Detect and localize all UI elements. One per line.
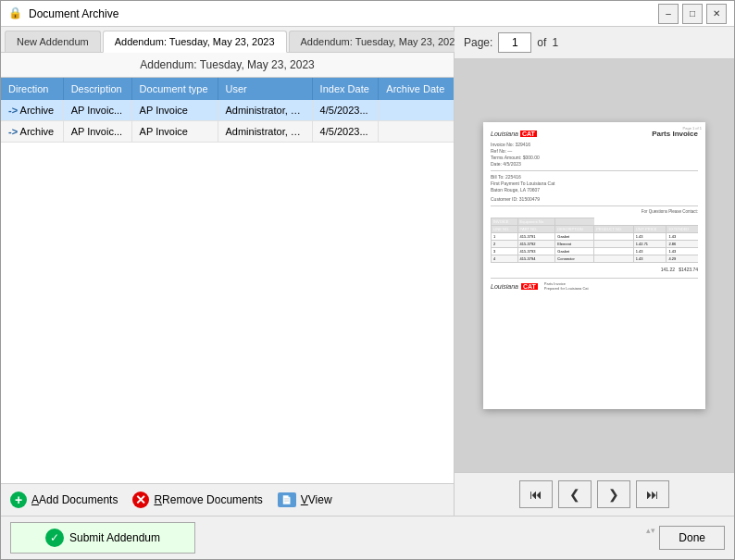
- lock-icon: 🔒: [8, 6, 23, 21]
- window-controls: – □ ✕: [658, 4, 727, 24]
- table-row[interactable]: -> Archive AP Invoic... AP Invoice Admin…: [1, 100, 454, 121]
- col-user: User: [218, 78, 312, 100]
- cell-document-type: AP Invoice: [131, 100, 218, 121]
- documents-table-wrapper: Direction Description Document type User…: [1, 78, 454, 483]
- cell-document-type: AP Invoice: [131, 121, 218, 143]
- cell-user: Administrator, pVault: [218, 121, 312, 143]
- tabs-row: New Addendum Addendum: Tuesday, May 23, …: [1, 27, 454, 53]
- invoice-document: Page 1 of 1 Louisiana CAT Parts Invoice …: [483, 122, 705, 409]
- invoice-logo: Louisiana CAT: [491, 130, 537, 138]
- done-button[interactable]: Done: [659, 526, 725, 550]
- page-total: 1: [552, 36, 558, 49]
- invoice-bill-to: Bill To: 225416 First Payment To Louisia…: [491, 174, 698, 193]
- cell-description: AP Invoic...: [63, 121, 131, 143]
- last-page-button[interactable]: ⏭: [636, 480, 669, 508]
- invoice-header: Louisiana CAT Parts Invoice: [491, 130, 698, 138]
- cell-index-date: 4/5/2023...: [312, 121, 379, 143]
- cell-archive-date: [379, 100, 454, 121]
- cell-direction: -> Archive: [1, 121, 63, 143]
- close-button[interactable]: ✕: [706, 4, 727, 24]
- add-documents-label: AAdd Documents: [31, 493, 118, 506]
- add-icon: +: [10, 492, 27, 508]
- remove-documents-button[interactable]: ✕ RRemove Documents: [132, 492, 262, 508]
- first-page-button[interactable]: ⏮: [519, 480, 553, 508]
- cell-direction: -> Archive: [1, 100, 63, 121]
- left-panel: New Addendum Addendum: Tuesday, May 23, …: [1, 27, 455, 516]
- view-button[interactable]: 📄 VView: [278, 492, 332, 507]
- invoice-row: 4415-3794Connector1.434.29: [492, 255, 699, 263]
- invoice-line-items: INVOICE Equipment No. LINE NO. PART NO. …: [491, 218, 698, 263]
- maximize-button[interactable]: □: [682, 4, 703, 24]
- right-panel: Page: of 1 Page 1 of 1 Louisiana CAT Par…: [455, 27, 734, 516]
- table-header-row: Direction Description Document type User…: [1, 78, 454, 100]
- cell-index-date: 4/5/2023...: [312, 100, 379, 121]
- tab-addendum-1[interactable]: Addendum: Tuesday, May 23, 2023: [103, 31, 287, 53]
- cell-archive-date: [379, 121, 454, 143]
- main-window: 🔒 Document Archive – □ ✕ New Addendum Ad…: [0, 0, 735, 560]
- page-of-label: of: [537, 36, 546, 49]
- invoice-customer-id: Customer ID: 31500479: [491, 196, 698, 203]
- invoice-total: 141.22 $1423.74: [491, 267, 698, 272]
- title-bar-left: 🔒 Document Archive: [8, 6, 118, 21]
- invoice-title: Parts Invoice: [652, 130, 698, 138]
- invoice-footer-logo: Louisiana CAT Parts InvoicePrepared for …: [491, 278, 698, 291]
- scroll-indicator: ▴▾: [646, 526, 655, 550]
- louisiana-text: Louisiana: [491, 131, 518, 137]
- col-archive-date: Archive Date: [379, 78, 454, 100]
- view-icon: 📄: [278, 492, 296, 507]
- invoice-contact-header: For Questions Please Contact:: [491, 209, 698, 215]
- footer-left: ✓ Submit Addendum: [10, 522, 363, 554]
- table-row[interactable]: -> Archive AP Invoic... AP Invoice Admin…: [1, 121, 454, 143]
- document-preview: Page 1 of 1 Louisiana CAT Parts Invoice …: [455, 59, 734, 472]
- page-label: Page:: [464, 36, 492, 49]
- minimize-button[interactable]: –: [658, 4, 679, 24]
- submit-addendum-button[interactable]: ✓ Submit Addendum: [10, 522, 195, 554]
- remove-icon: ✕: [132, 492, 149, 508]
- view-label: VView: [301, 493, 332, 506]
- col-description: Description: [63, 78, 131, 100]
- main-content: New Addendum Addendum: Tuesday, May 23, …: [1, 27, 734, 516]
- bottom-action-bar: + AAdd Documents ✕ RRemove Documents 📄 V…: [1, 483, 454, 516]
- cell-description: AP Invoic...: [63, 100, 131, 121]
- addendum-header: Addendum: Tuesday, May 23, 2023: [1, 53, 454, 78]
- footer-right: ▴▾ Done: [363, 526, 725, 550]
- invoice-row: 3415-3793Gasket1.431.43: [492, 248, 699, 255]
- next-page-button[interactable]: ❯: [597, 480, 630, 508]
- submit-addendum-label: Submit Addendum: [69, 531, 160, 544]
- title-bar: 🔒 Document Archive – □ ✕: [1, 1, 734, 27]
- page-navigation: Page: of 1: [455, 27, 734, 59]
- col-index-date: Index Date: [312, 78, 379, 100]
- prev-page-button[interactable]: ❮: [558, 480, 592, 508]
- cat-brand: CAT: [520, 131, 537, 137]
- tab-new-addendum[interactable]: New Addendum: [5, 31, 101, 52]
- page-number-input[interactable]: [498, 32, 531, 53]
- invoice-row: 2415-3792Element1.42.712.86: [492, 241, 699, 248]
- cell-user: Administrator, pVault: [218, 100, 312, 121]
- remove-documents-label: RRemove Documents: [154, 493, 262, 506]
- col-direction: Direction: [1, 78, 63, 100]
- invoice-info: Invoice No: 329416 Ref No: — Terms Amoun…: [491, 142, 698, 168]
- invoice-page-number: Page 1 of 1: [683, 126, 702, 131]
- tab-addendum-2[interactable]: Addendum: Tuesday, May 23, 202...: [289, 31, 476, 52]
- nav-controls: ⏮ ❮ ❯ ⏭: [455, 472, 734, 516]
- footer-bar: ✓ Submit Addendum ▴▾ Done: [1, 516, 734, 559]
- col-document-type: Document type: [131, 78, 218, 100]
- check-icon: ✓: [45, 529, 64, 547]
- add-documents-button[interactable]: + AAdd Documents: [10, 492, 118, 508]
- documents-table: Direction Description Document type User…: [1, 78, 454, 143]
- window-title: Document Archive: [29, 7, 118, 20]
- invoice-row: 1415-3791Gasket1.431.43: [492, 233, 699, 241]
